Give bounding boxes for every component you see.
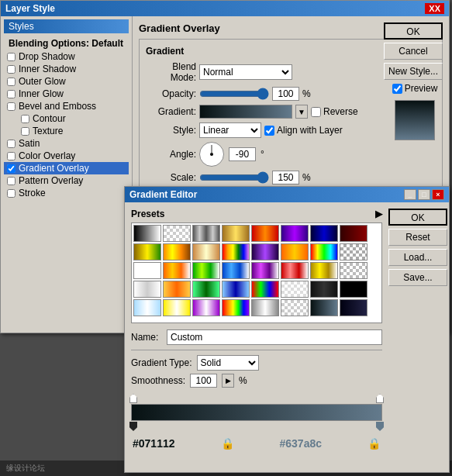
preset-swatch-multicolor2[interactable] xyxy=(251,281,279,298)
preset-swatch-gold[interactable] xyxy=(222,225,250,242)
preset-swatch-blue3[interactable] xyxy=(222,262,250,279)
opacity-input[interactable] xyxy=(272,87,299,101)
preset-swatch-blue4[interactable] xyxy=(222,281,250,298)
outer-glow-checkbox[interactable] xyxy=(7,78,16,86)
texture-checkbox[interactable] xyxy=(21,127,29,136)
preset-swatch-checker[interactable] xyxy=(163,225,191,242)
sidebar-item-blending-options[interactable]: Blending Options: Default xyxy=(4,36,129,50)
reverse-checkbox[interactable] xyxy=(311,107,321,117)
preset-swatch-blueviolet[interactable] xyxy=(281,225,309,242)
style-select[interactable]: Linear Radial Angle xyxy=(199,122,261,138)
ge-close-btn[interactable]: × xyxy=(432,189,444,200)
ok-button[interactable]: OK xyxy=(384,22,443,40)
preset-swatch-darkgrey[interactable] xyxy=(310,281,338,298)
stroke-checkbox[interactable] xyxy=(7,189,16,198)
preset-swatch-yellow-green[interactable] xyxy=(133,243,161,260)
align-layer-checkbox[interactable] xyxy=(264,126,274,136)
preset-swatch-yellow3[interactable] xyxy=(310,262,338,279)
gradient-dropdown-btn[interactable]: ▼ xyxy=(295,105,308,119)
sidebar-item-pattern-overlay[interactable]: Pattern Overlay xyxy=(4,174,129,187)
preset-swatch-ltblue[interactable] xyxy=(133,299,161,316)
sidebar-item-bevel-emboss[interactable]: Bevel and Emboss xyxy=(4,100,129,112)
ge-ok-button[interactable]: OK xyxy=(388,209,447,226)
preset-swatch-violet2[interactable] xyxy=(251,243,279,260)
preset-swatch-darkblue[interactable] xyxy=(310,225,338,242)
sidebar-item-drop-shadow[interactable]: Drop Shadow xyxy=(4,50,129,63)
preset-swatch-green4[interactable] xyxy=(192,281,220,298)
blend-mode-select[interactable]: Normal Multiply Screen xyxy=(199,64,292,80)
sidebar-item-inner-glow[interactable]: Inner Glow xyxy=(4,88,129,100)
opacity-stop-left[interactable] xyxy=(129,394,137,403)
preset-swatch-red[interactable] xyxy=(251,225,279,242)
preset-swatch-metal[interactable] xyxy=(192,225,220,242)
color-stop-left[interactable] xyxy=(129,422,137,431)
ge-reset-button[interactable]: Reset xyxy=(388,229,447,246)
preset-swatch-bw[interactable] xyxy=(133,225,161,242)
sidebar-item-stroke[interactable]: Stroke xyxy=(4,187,129,199)
ge-maximize-btn[interactable]: □ xyxy=(418,189,430,200)
preset-swatch-violet3[interactable] xyxy=(192,299,220,316)
sidebar-item-inner-shadow[interactable]: Inner Shadow xyxy=(4,63,129,75)
pattern-overlay-checkbox[interactable] xyxy=(7,177,16,185)
angle-input[interactable] xyxy=(229,147,256,161)
drop-shadow-checkbox[interactable] xyxy=(7,53,16,61)
sidebar-item-texture[interactable]: Texture xyxy=(4,125,129,137)
ge-save-button[interactable]: Save... xyxy=(388,269,447,286)
preset-swatch-darkred2[interactable] xyxy=(340,225,367,242)
name-input[interactable] xyxy=(167,329,382,345)
opacity-stop-right[interactable] xyxy=(376,394,384,403)
sidebar-item-color-overlay[interactable]: Color Overlay xyxy=(4,150,129,162)
preset-swatch-grey3[interactable] xyxy=(251,299,279,316)
presets-arrow-btn[interactable]: ▶ xyxy=(375,209,382,219)
contour-checkbox[interactable] xyxy=(21,115,29,123)
preset-swatch-night[interactable] xyxy=(340,299,367,316)
inner-glow-checkbox[interactable] xyxy=(7,90,16,98)
cancel-button[interactable]: Cancel xyxy=(384,43,443,60)
preset-swatch-green3[interactable] xyxy=(192,262,220,279)
ge-minimize-btn[interactable]: _ xyxy=(404,189,416,200)
preset-swatch-grey2[interactable] xyxy=(133,281,161,298)
preset-swatch-midnight[interactable] xyxy=(310,299,338,316)
color-stop-right[interactable] xyxy=(376,422,384,431)
smoothness-stepper[interactable]: ▶ xyxy=(222,374,234,388)
preset-swatch-orange2[interactable] xyxy=(281,243,309,260)
preset-swatch-black[interactable] xyxy=(340,281,367,298)
scale-input[interactable] xyxy=(272,171,299,185)
preset-swatch-multicolor[interactable] xyxy=(310,243,338,260)
bevel-emboss-checkbox[interactable] xyxy=(7,102,16,111)
color-hex-right[interactable]: #637a8c xyxy=(279,437,322,450)
preset-swatch-tr2[interactable] xyxy=(281,299,309,316)
preset-swatch-orange3[interactable] xyxy=(163,262,191,279)
preset-swatch-white-tr[interactable] xyxy=(133,262,161,279)
smoothness-input[interactable] xyxy=(190,374,217,388)
opacity-slider[interactable] xyxy=(199,89,269,98)
presets-grid[interactable] xyxy=(131,222,382,323)
color-hex-left[interactable]: #071112 xyxy=(133,437,175,450)
preset-swatch-red3[interactable] xyxy=(281,262,309,279)
preset-swatch-tan[interactable] xyxy=(192,243,220,260)
scale-slider[interactable] xyxy=(199,173,269,182)
sidebar-item-contour[interactable]: Contour xyxy=(4,112,129,125)
preset-swatch-copper2[interactable] xyxy=(163,243,191,260)
gradient-overlay-checkbox[interactable] xyxy=(7,164,16,173)
close-btn-top[interactable]: XX xyxy=(425,3,444,14)
preset-swatch-checker2[interactable] xyxy=(340,243,367,260)
preview-checkbox[interactable] xyxy=(392,84,402,94)
new-style-button[interactable]: New Style... xyxy=(384,63,443,80)
preset-swatch-checker4[interactable] xyxy=(281,281,309,298)
gradient-preview-swatch[interactable] xyxy=(199,105,292,119)
preset-swatch-checker3[interactable] xyxy=(340,262,367,279)
preset-swatch-orange4[interactable] xyxy=(163,281,191,298)
preset-swatch-rainbow[interactable] xyxy=(222,243,250,260)
preset-swatch-multicolor3[interactable] xyxy=(222,299,250,316)
sidebar-item-outer-glow[interactable]: Outer Glow xyxy=(4,75,129,88)
color-overlay-checkbox[interactable] xyxy=(7,152,16,160)
ge-load-button[interactable]: Load... xyxy=(388,249,447,266)
sidebar-item-satin[interactable]: Satin xyxy=(4,137,129,150)
preset-swatch-purple3[interactable] xyxy=(251,262,279,279)
angle-circle[interactable] xyxy=(199,142,224,167)
gradient-strip[interactable] xyxy=(131,404,382,421)
preset-swatch-yellow4[interactable] xyxy=(163,299,191,316)
sidebar-item-gradient-overlay[interactable]: Gradient Overlay xyxy=(4,162,129,174)
gradient-type-select[interactable]: Solid Noise xyxy=(197,355,259,371)
